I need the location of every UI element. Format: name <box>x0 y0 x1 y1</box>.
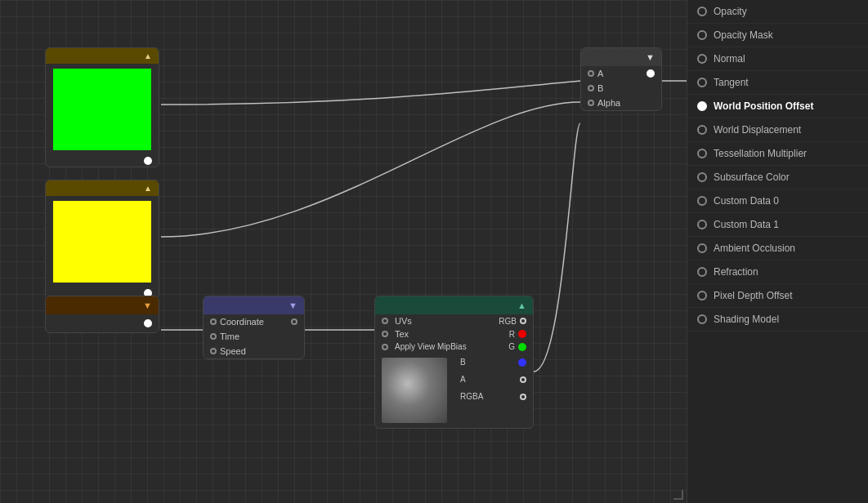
panner-header: ▼ <box>204 296 304 314</box>
green-node-output-pin <box>144 157 152 165</box>
lerp-output-pin <box>647 69 655 78</box>
panner-coordinate-pin-left <box>210 318 217 325</box>
panel-pin-13 <box>697 314 707 324</box>
panel-item-label-6: Tessellation Multiplier <box>714 148 807 159</box>
panel-item-label-12: Pixel Depth Offset <box>714 290 793 301</box>
panel-item-tangent[interactable]: Tangent <box>687 71 868 95</box>
texture-sample-node[interactable]: ▲ UVs RGB Tex R Apply View MipBias G <box>374 296 534 429</box>
panel-item-normal[interactable]: Normal <box>687 47 868 71</box>
panel-pin-2 <box>697 54 707 64</box>
panner-speed-row: Speed <box>204 344 304 358</box>
lerp-alpha-label: Alpha <box>594 98 655 108</box>
tex-rgba-label: RGBA <box>460 392 483 401</box>
green-color-node[interactable]: ▲ <box>45 47 159 167</box>
tex-uvs-pin-left <box>382 318 388 324</box>
green-node-preview <box>53 69 151 150</box>
lerp-a-pin-left <box>588 70 594 77</box>
panner-chevron[interactable]: ▼ <box>289 300 298 310</box>
tex-rgb-label: RGB <box>499 317 517 326</box>
panel-item-ambient-occlusion[interactable]: Ambient Occlusion <box>687 237 868 260</box>
panel-pin-7 <box>697 172 707 182</box>
panel-item-refraction[interactable]: Refraction <box>687 260 868 284</box>
tex-r-pin-right <box>518 330 526 338</box>
panel-item-opacity-mask[interactable]: Opacity Mask <box>687 24 868 47</box>
texcoord-body <box>46 314 159 332</box>
panner-time-pin-left <box>210 333 217 340</box>
tex-rgba-pin-right <box>520 394 526 400</box>
panel-item-label-10: Ambient Occlusion <box>714 243 795 254</box>
lerp-header: ▼ <box>581 48 661 66</box>
texcoord-node[interactable]: ▼ <box>45 296 159 333</box>
tex-b-pin-right <box>518 358 526 367</box>
lerp-node[interactable]: ▼ A B Alpha <box>580 47 662 111</box>
tex-g-pin-right <box>518 343 526 351</box>
panel-pin-8 <box>697 196 707 206</box>
tex-b-label: B <box>460 358 466 367</box>
tex-mipbias-row: Apply View MipBias G <box>375 341 533 353</box>
yellow-node-chevron[interactable]: ▲ <box>144 184 152 193</box>
texcoord-output-pin <box>144 319 152 327</box>
panel-pin-10 <box>697 243 707 253</box>
panel-item-custom-data-0[interactable]: Custom Data 0 <box>687 189 868 213</box>
right-panel: OpacityOpacity MaskNormalTangentWorld Po… <box>687 0 868 503</box>
panner-coordinate-pin-right <box>291 318 298 325</box>
tex-b-row: B <box>454 356 533 368</box>
tex-tex-label: Tex <box>391 329 509 339</box>
panel-item-label-8: Custom Data 0 <box>714 195 779 207</box>
panel-item-label-7: Subsurface Color <box>714 171 790 183</box>
tex-uvs-label: UVs <box>391 316 499 326</box>
panel-item-tessellation-multiplier[interactable]: Tessellation Multiplier <box>687 142 868 166</box>
panel-pin-9 <box>697 220 707 229</box>
panner-speed-pin-left <box>210 348 217 354</box>
yellow-node-header: ▲ <box>46 180 159 196</box>
lerp-b-pin-left <box>588 85 594 91</box>
tex-uvs-row: UVs RGB <box>375 314 533 327</box>
panel-pin-0 <box>697 7 707 16</box>
panner-coordinate-label: Coordinate <box>217 317 291 327</box>
panel-item-world-displacement[interactable]: World Displacement <box>687 118 868 142</box>
panel-item-world-position-offset[interactable]: World Position Offset <box>687 95 868 118</box>
tex-a-label: A <box>460 375 466 384</box>
tex-tex-row: Tex R <box>375 327 533 341</box>
tex-preview-area: B A RGBA <box>375 353 533 428</box>
green-node-chevron[interactable]: ▲ <box>144 51 152 60</box>
panel-item-pixel-depth-offset[interactable]: Pixel Depth Offset <box>687 284 868 308</box>
panel-item-label-3: Tangent <box>714 77 749 88</box>
panner-time-row: Time <box>204 329 304 344</box>
lerp-alpha-pin-left <box>588 100 594 106</box>
panel-pin-1 <box>697 30 707 40</box>
lerp-chevron[interactable]: ▼ <box>646 52 655 62</box>
tex-g-label: G <box>508 342 515 351</box>
tex-a-row: A <box>454 373 533 385</box>
panner-coordinate-row: Coordinate <box>204 314 304 329</box>
lerp-a-row: A <box>581 66 661 81</box>
panel-pin-12 <box>697 291 707 300</box>
node-graph-canvas[interactable]: ▲ ▲ ▼ ▼ Coordinat <box>0 0 687 503</box>
tex-chevron[interactable]: ▲ <box>517 300 526 310</box>
texcoord-chevron[interactable]: ▼ <box>143 300 152 310</box>
panel-item-custom-data-1[interactable]: Custom Data 1 <box>687 213 868 237</box>
lerp-alpha-row: Alpha <box>581 96 661 110</box>
tex-mipbias-pin-left <box>382 344 388 350</box>
panel-item-shading-model[interactable]: Shading Model <box>687 308 868 332</box>
resize-handle[interactable] <box>673 490 683 500</box>
tex-rgba-row: RGBA <box>454 390 533 403</box>
green-node-pin-row <box>46 155 159 167</box>
panel-pin-11 <box>697 267 707 277</box>
panner-node[interactable]: ▼ Coordinate Time Speed <box>203 296 305 359</box>
yellow-color-node[interactable]: ▲ <box>45 180 159 300</box>
panel-item-label-1: Opacity Mask <box>714 29 773 41</box>
panel-item-opacity[interactable]: Opacity <box>687 0 868 24</box>
panel-item-label-0: Opacity <box>714 6 747 17</box>
panel-item-label-5: World Displacement <box>714 124 801 136</box>
panel-item-label-2: Normal <box>714 53 745 65</box>
lerp-a-label: A <box>594 69 647 78</box>
panel-item-subsurface-color[interactable]: Subsurface Color <box>687 166 868 189</box>
yellow-node-preview <box>53 201 151 283</box>
tex-header: ▲ <box>375 296 533 314</box>
lerp-b-row: B <box>581 81 661 96</box>
tex-rgb-pin-right <box>520 318 526 324</box>
tex-texture-preview <box>382 358 447 423</box>
tex-a-pin-right <box>520 376 526 383</box>
panel-item-label-11: Refraction <box>714 266 758 278</box>
